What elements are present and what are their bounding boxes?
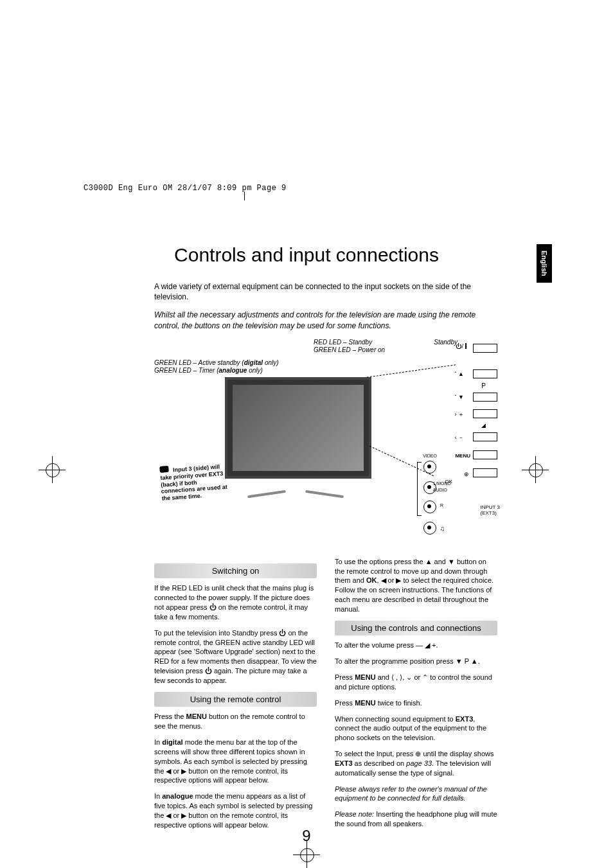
p-icon: P xyxy=(481,382,486,389)
note-clip-icon xyxy=(159,466,169,473)
controls-p3: Press MENU and ⟨ , ⟩, ⌄ or ⌃ to control … xyxy=(335,673,497,692)
controls-p2: To alter the programme position press ▼ … xyxy=(335,657,497,666)
standby-icon: ⏻/❙ xyxy=(456,343,469,350)
left-column: Switching on If the RED LED is unlit che… xyxy=(154,557,317,837)
leader-line xyxy=(369,446,434,476)
controls-p1: To alter the volume press — ◢ +. xyxy=(335,641,497,650)
registration-mark-right xyxy=(522,456,549,483)
controls-p7: Please always refer to the owner's manua… xyxy=(335,784,497,804)
tv-stand-illustration xyxy=(254,476,337,495)
panel-prog-up-button[interactable] xyxy=(473,369,497,378)
section-heading-controls: Using the controls and connections xyxy=(335,621,497,636)
print-job-header: C3000D Eng Euro OM 28/1/07 8:09 pm Page … xyxy=(84,184,287,193)
panel-vol-up-button[interactable] xyxy=(473,409,497,418)
controls-p5: When connecting sound equipment to EXT3,… xyxy=(335,714,497,743)
audio-label: AUDIO xyxy=(433,488,447,492)
intro-line-1: A wide variety of external equipment can… xyxy=(154,281,497,302)
content-columns: Switching on If the RED LED is unlit che… xyxy=(154,557,497,837)
priority-note: Input 3 (side) will take priority over E… xyxy=(159,461,233,502)
jack-bracket xyxy=(417,462,422,516)
switching-on-p2: To put the television into Standby press… xyxy=(154,628,317,686)
standby-text-label: Standby xyxy=(434,339,458,347)
right-column: To use the options press the ▲ and ▼ but… xyxy=(335,557,497,837)
intro-block: A wide variety of external equipment can… xyxy=(154,281,497,331)
manual-page: C3000D Eng Euro OM 28/1/07 8:09 pm Page … xyxy=(0,0,613,868)
leader-line xyxy=(367,364,456,377)
arrow-down-icon: ˇ ▼ xyxy=(455,394,464,400)
tv-diagram: RED LED – Standby GREEN LED – Power on S… xyxy=(154,339,497,544)
options-p: To use the options press the ▲ and ▼ but… xyxy=(335,557,497,614)
remote-p2: In digital mode the menu bar at the top … xyxy=(154,738,317,785)
controls-p6: To select the Input, press ⊕ until the d… xyxy=(335,749,497,778)
remote-p1: Press the MENU button on the remote cont… xyxy=(154,712,317,731)
r-label: R xyxy=(440,503,443,508)
plus-icon: › ＋ xyxy=(455,411,465,419)
arrow-up-icon: ˆ ▲ xyxy=(455,371,464,377)
l-mono-label: L/MONO xyxy=(433,481,451,486)
remote-p3: In analogue mode the menu appears as a l… xyxy=(154,792,317,829)
registration-mark xyxy=(244,191,245,200)
volume-icon: ◢ xyxy=(481,422,486,429)
menu-label: MENU xyxy=(455,453,470,459)
panel-standby-button[interactable] xyxy=(473,344,497,353)
panel-input-button[interactable] xyxy=(473,468,497,477)
video-jack[interactable] xyxy=(423,461,436,474)
led-label-active-standby: GREEN LED – Active standby (digital only… xyxy=(154,359,279,375)
intro-line-2: Whilst all the necessary adjustments and… xyxy=(154,310,497,330)
headphone-jack[interactable] xyxy=(423,522,436,535)
section-heading-remote: Using the remote control xyxy=(154,692,317,707)
registration-mark-left xyxy=(39,456,66,483)
headphone-icon: ♫ xyxy=(440,525,445,532)
language-tab: English xyxy=(537,244,552,283)
video-label: VIDEO xyxy=(423,454,437,458)
minus-icon: ‹ － xyxy=(455,434,465,442)
panel-prog-down-button[interactable] xyxy=(473,393,497,402)
panel-vol-down-button[interactable] xyxy=(473,432,497,441)
panel-menu-button[interactable] xyxy=(473,450,497,459)
controls-p8: Please note: Inserting the headphone plu… xyxy=(335,810,497,829)
section-heading-switching-on: Switching on xyxy=(154,563,317,579)
tv-illustration xyxy=(225,377,371,479)
led-label-standby: RED LED – Standby GREEN LED – Power on xyxy=(314,339,385,355)
switching-on-p1: If the RED LED is unlit check that the m… xyxy=(154,583,317,621)
page-title: Controls and input connections xyxy=(45,244,568,266)
audio-r-jack[interactable] xyxy=(423,500,436,513)
registration-mark-bottom xyxy=(293,841,320,868)
input-icon: ⊕ xyxy=(464,471,469,477)
controls-p4: Press MENU twice to finish. xyxy=(335,698,497,708)
input3-label: INPUT 3(EXT3) xyxy=(480,504,500,516)
